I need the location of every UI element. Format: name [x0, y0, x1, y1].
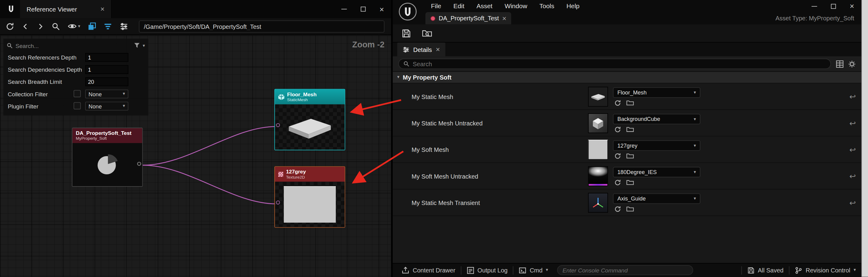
asset-thumbnail[interactable]	[588, 140, 608, 160]
node-floor-mesh[interactable]: Floor_Mesh StaticMesh	[274, 89, 345, 150]
close-tab-icon[interactable]: ×	[502, 14, 506, 22]
details-view-icons	[836, 60, 856, 67]
close-window-button[interactable]: ×	[842, 0, 861, 12]
category-label: My Property Soft	[403, 74, 451, 81]
back-arrow-icon[interactable]	[22, 23, 29, 30]
reference-graph-canvas[interactable]: Zoom -2 DA_PropertySoft_Test MyProperty_…	[0, 35, 391, 277]
node-header: 127grey Texture2D	[275, 167, 345, 182]
revision-control-button[interactable]: Revision Control ▾	[789, 264, 861, 277]
menu-edit[interactable]: Edit	[447, 0, 470, 12]
use-selected-asset-icon[interactable]	[614, 126, 621, 133]
browse-to-asset-icon[interactable]	[626, 152, 634, 160]
close-tab-icon[interactable]: ×	[100, 5, 104, 13]
asset-picker-combobox[interactable]: Floor_Mesh ▾	[613, 87, 700, 98]
reset-to-default-icon[interactable]: ↩	[849, 136, 856, 162]
all-saved-label: All Saved	[758, 267, 784, 274]
console-command-input[interactable]	[557, 265, 693, 275]
chevron-down-icon[interactable]: ▾	[143, 43, 145, 48]
funnel-icon[interactable]	[134, 42, 140, 48]
details-search-field[interactable]	[398, 59, 831, 69]
menu-file[interactable]: File	[425, 0, 447, 12]
duplicates-toggle-icon[interactable]	[87, 22, 96, 31]
details-tab-label: Details	[413, 46, 432, 53]
option-label: Collection Filter	[8, 88, 48, 100]
asset-path-field[interactable]	[139, 20, 385, 32]
reset-to-default-icon[interactable]: ↩	[849, 163, 856, 189]
filter-options-icon[interactable]	[120, 22, 128, 31]
minimize-button[interactable]	[335, 0, 353, 18]
unreal-logo-icon	[5, 3, 17, 15]
reset-to-default-icon[interactable]: ↩	[849, 189, 856, 215]
menu-window[interactable]: Window	[498, 0, 533, 12]
plugin-filter-checkbox[interactable]	[73, 102, 81, 110]
reference-viewer-window: Reference Viewer × ×	[0, 0, 391, 277]
output-log-button[interactable]: Output Log	[461, 264, 513, 277]
minimize-button[interactable]	[805, 0, 824, 12]
browse-to-asset-icon[interactable]	[626, 99, 634, 107]
details-empty-area	[393, 216, 861, 263]
browse-to-asset-icon[interactable]	[626, 179, 634, 186]
display-options-icon[interactable]	[836, 60, 843, 67]
browse-to-asset-icon[interactable]	[422, 29, 432, 38]
maximize-button[interactable]	[824, 0, 842, 12]
node-127grey[interactable]: 127grey Texture2D	[274, 167, 345, 228]
output-pin[interactable]	[137, 162, 141, 166]
use-selected-asset-icon[interactable]	[614, 179, 621, 186]
dependencies-depth-input[interactable]	[85, 65, 128, 74]
plugin-filter-dropdown[interactable]: None ▾	[85, 102, 128, 110]
find-path-icon[interactable]	[52, 22, 60, 31]
breadth-limit-input[interactable]	[85, 77, 128, 86]
asset-thumbnail[interactable]	[588, 167, 608, 186]
use-selected-asset-icon[interactable]	[614, 99, 621, 107]
use-selected-asset-icon[interactable]	[614, 206, 621, 213]
settings-gear-icon[interactable]	[848, 60, 856, 67]
asset-thumbnail[interactable]	[588, 113, 608, 133]
browse-to-asset-icon[interactable]	[626, 206, 634, 213]
all-saved-button[interactable]: All Saved	[742, 264, 789, 277]
reset-to-default-icon[interactable]: ↩	[849, 83, 856, 109]
node-title: 127grey	[286, 169, 306, 175]
input-pin[interactable]	[276, 123, 280, 127]
collection-filter-checkbox[interactable]	[73, 90, 81, 97]
maximize-button[interactable]	[353, 0, 372, 18]
node-da-propertysoft-test[interactable]: DA_PropertySoft_Test MyProperty_Soft	[72, 128, 143, 187]
asset-tab[interactable]: DA_PropertySoft_Test ×	[426, 12, 512, 24]
filters-toggle-icon[interactable]	[103, 22, 112, 31]
asset-picker-combobox[interactable]: Axis_Guide ▾	[613, 194, 700, 204]
details-tab[interactable]: Details ×	[397, 42, 445, 56]
reset-to-default-icon[interactable]: ↩	[849, 110, 856, 136]
referencers-depth-input[interactable]	[85, 53, 128, 62]
asset-picker-combobox[interactable]: 127grey ▾	[613, 140, 700, 151]
menu-asset[interactable]: Asset	[470, 0, 498, 12]
forward-arrow-icon[interactable]	[36, 23, 44, 30]
zoom-level-label: Zoom -2	[352, 40, 384, 49]
collection-filter-dropdown[interactable]: None ▾	[85, 90, 128, 98]
cmd-selector[interactable]: Cmd ▾	[514, 264, 554, 277]
asset-thumbnail[interactable]	[588, 87, 608, 107]
refresh-icon[interactable]	[5, 22, 14, 31]
asset-thumbnail[interactable]	[588, 193, 608, 213]
close-details-tab-icon[interactable]: ×	[436, 46, 440, 53]
menu-tools[interactable]: Tools	[533, 0, 560, 12]
content-drawer-button[interactable]: Content Drawer	[396, 264, 461, 277]
graph-search-input[interactable]	[16, 42, 131, 49]
save-icon[interactable]	[402, 29, 411, 38]
sliders-icon	[403, 46, 409, 53]
status-bar: Content Drawer Output Log Cmd ▾	[393, 263, 861, 277]
close-window-button[interactable]: ×	[372, 0, 391, 18]
visibility-dropdown[interactable]: ▾	[67, 22, 80, 31]
node-header: Floor_Mesh StaticMesh	[275, 90, 345, 104]
input-pin[interactable]	[276, 201, 280, 204]
asset-picker-combobox[interactable]: 180Degree_IES ▾	[613, 167, 700, 177]
menu-help[interactable]: Help	[560, 0, 585, 12]
property-label: My Static Mesh Untracked	[411, 110, 483, 136]
combobox-value: BackgroundCube	[617, 116, 660, 122]
use-selected-asset-icon[interactable]	[614, 152, 621, 160]
pie-thumbnail-icon	[95, 152, 120, 177]
category-my-property-soft[interactable]: ▾ My Property Soft	[393, 71, 861, 83]
details-search-input[interactable]	[413, 61, 826, 67]
browse-to-asset-icon[interactable]	[626, 126, 634, 133]
reference-viewer-tab[interactable]: Reference Viewer ×	[20, 0, 112, 18]
node-header: DA_PropertySoft_Test MyProperty_Soft	[72, 128, 142, 143]
asset-picker-combobox[interactable]: BackgroundCube ▾	[613, 114, 700, 125]
